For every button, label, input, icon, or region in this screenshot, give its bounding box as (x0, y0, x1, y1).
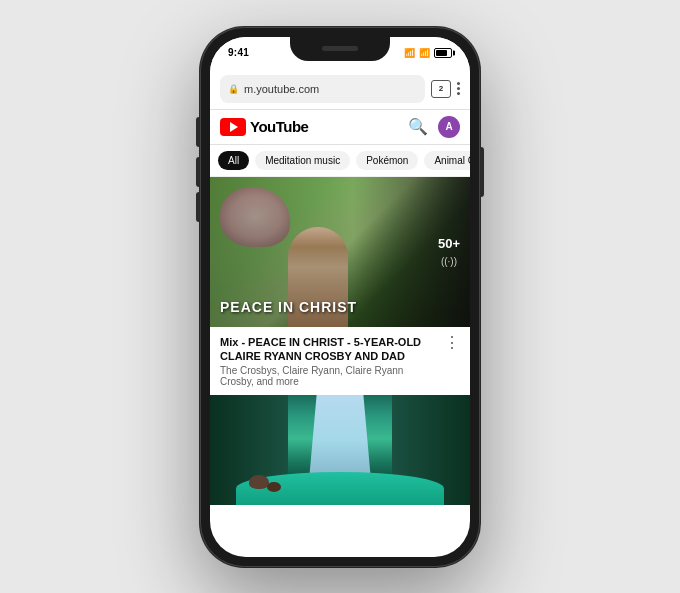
phone-mockup: 9:41 📶 📶 🔒 m.youtube.com 2 (200, 27, 480, 567)
video-thumbnail-2[interactable] (210, 395, 470, 505)
thumb-background-2 (210, 395, 470, 505)
wifi-icon: 📶 (419, 48, 430, 58)
avatar-letter: A (445, 121, 452, 132)
rocks (249, 475, 269, 489)
lock-icon: 🔒 (228, 84, 239, 94)
status-right: 📶 📶 (404, 48, 452, 58)
chip-pokemon[interactable]: Pokémon (356, 151, 418, 170)
browser-menu-button[interactable] (457, 82, 460, 95)
url-bar[interactable]: 🔒 m.youtube.com (220, 75, 425, 103)
notch (290, 37, 390, 61)
rocks-2 (267, 482, 281, 492)
menu-dot-3 (457, 92, 460, 95)
filter-bar: All Meditation music Pokémon Animal Cros… (210, 145, 470, 177)
battery-fill (436, 50, 447, 56)
url-text: m.youtube.com (244, 83, 417, 95)
phone-screen: 9:41 📶 📶 🔒 m.youtube.com 2 (210, 37, 470, 557)
waterfall (301, 395, 379, 483)
chip-animal[interactable]: Animal Cross (424, 151, 470, 170)
playlist-waves: ((·)) (441, 255, 457, 266)
video-thumbnail-1[interactable]: PEACE IN CHRIST 50+ ((·)) (210, 177, 470, 327)
content-area: PEACE IN CHRIST 50+ ((·)) Mix - PEACE IN… (210, 177, 470, 506)
tab-button[interactable]: 2 (431, 80, 451, 98)
status-bar: 9:41 📶 📶 (210, 37, 470, 69)
play-triangle (230, 122, 238, 132)
video-title-overlay: PEACE IN CHRIST (220, 299, 357, 315)
video-channel-1: The Crosbys, Claire Ryann, Claire Ryann … (220, 365, 436, 387)
chip-all[interactable]: All (218, 151, 249, 170)
battery-icon (434, 48, 452, 58)
youtube-actions: 🔍 A (408, 116, 460, 138)
video-meta-1: Mix - PEACE IN CHRIST - 5-YEAR-OLD CLAIR… (220, 335, 436, 388)
menu-dot-2 (457, 87, 460, 90)
status-time: 9:41 (228, 47, 249, 58)
video-more-button-1[interactable]: ⋮ (436, 335, 460, 351)
video-title-1: Mix - PEACE IN CHRIST - 5-YEAR-OLD CLAIR… (220, 335, 436, 364)
playlist-badge: 50+ ((·)) (438, 235, 460, 268)
youtube-logo[interactable]: YouTube (220, 118, 308, 136)
youtube-header: YouTube 🔍 A (210, 110, 470, 145)
youtube-icon (220, 118, 246, 136)
video-info-1: Mix - PEACE IN CHRIST - 5-YEAR-OLD CLAIR… (210, 327, 470, 396)
search-icon[interactable]: 🔍 (408, 117, 428, 136)
browser-bar: 🔒 m.youtube.com 2 (210, 69, 470, 110)
menu-dot-1 (457, 82, 460, 85)
avatar[interactable]: A (438, 116, 460, 138)
tab-count: 2 (439, 84, 443, 93)
chip-meditation[interactable]: Meditation music (255, 151, 350, 170)
youtube-wordmark: YouTube (250, 118, 308, 135)
notch-dot (322, 46, 358, 51)
bluetooth-icon: 📶 (404, 48, 415, 58)
playlist-count: 50+ (438, 235, 460, 250)
